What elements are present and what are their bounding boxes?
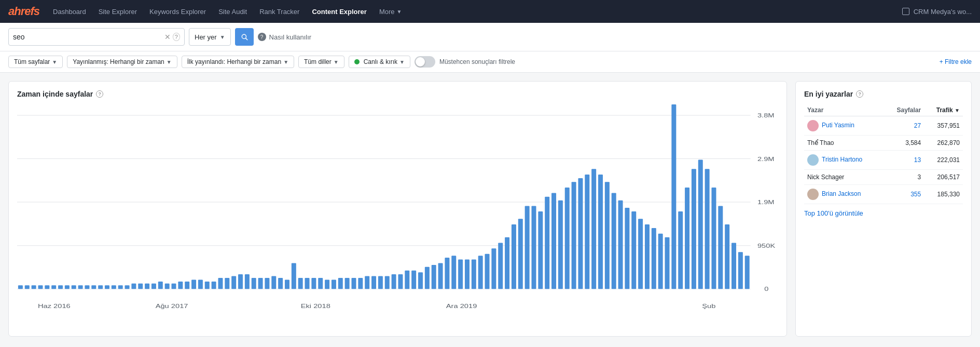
add-filter-button[interactable]: + Filtre ekle — [940, 58, 972, 65]
svg-rect-75 — [438, 263, 443, 289]
nav-site-explorer[interactable]: Site Explorer — [93, 5, 142, 19]
author-pages: 3 — [884, 170, 924, 185]
svg-text:Ara 2019: Ara 2019 — [446, 302, 477, 309]
svg-rect-96 — [578, 178, 583, 289]
author-name-link[interactable]: Brian Jackson — [822, 190, 861, 197]
svg-rect-115 — [705, 169, 710, 289]
languages-filter[interactable]: Tüm diller ▼ — [298, 56, 344, 68]
toggle-label: Müstehcen sonuçları filtrele — [439, 58, 515, 65]
svg-rect-50 — [271, 276, 276, 289]
nav-content-explorer[interactable]: Content Explorer — [307, 5, 371, 19]
chevron-down-icon: ▼ — [334, 59, 339, 65]
author-pages-link[interactable]: 27 — [914, 122, 921, 129]
svg-rect-12 — [18, 285, 23, 289]
table-row: Nick Schager3206,517 — [804, 170, 963, 185]
author-name-link[interactable]: Tristin Hartono — [822, 156, 862, 163]
svg-rect-102 — [618, 201, 623, 289]
svg-text:3.8M: 3.8M — [757, 112, 775, 119]
author-name-link[interactable]: Puti Yasmin — [822, 122, 854, 129]
svg-rect-48 — [258, 278, 263, 289]
nav-keywords-explorer[interactable]: Keywords Explorer — [144, 5, 211, 19]
svg-rect-42 — [218, 278, 223, 289]
svg-rect-116 — [711, 188, 716, 289]
nav-site-audit[interactable]: Site Audit — [213, 5, 252, 19]
author-name-cell: Brian Jackson — [804, 185, 884, 204]
svg-rect-93 — [558, 201, 563, 289]
svg-rect-26 — [112, 285, 116, 289]
chart-help-icon[interactable]: ? — [96, 90, 103, 98]
nasil-kullaniir-button[interactable]: ? Nasıl kullanılır — [258, 33, 312, 41]
svg-rect-21 — [78, 285, 83, 289]
search-help-icon[interactable]: ? — [173, 33, 181, 41]
svg-rect-76 — [445, 258, 449, 289]
svg-rect-107 — [652, 228, 656, 289]
top100-link[interactable]: Top 100'ü görüntüle — [804, 209, 863, 217]
svg-rect-24 — [98, 285, 103, 289]
svg-rect-110 — [671, 104, 676, 289]
chevron-down-icon: ▼ — [397, 9, 402, 15]
author-traffic: 222,031 — [924, 151, 963, 170]
search-button[interactable] — [235, 28, 254, 46]
live-filter[interactable]: Canlı & kırık ▼ — [349, 56, 410, 68]
author-pages: 27 — [884, 116, 924, 136]
published-filter[interactable]: Yayınlanmış: Herhangi bir zaman ▼ — [67, 56, 177, 68]
author-traffic: 262,870 — [924, 136, 963, 151]
svg-rect-84 — [498, 243, 503, 289]
svg-rect-46 — [245, 274, 250, 289]
clear-icon[interactable]: ✕ — [162, 33, 173, 41]
main-content: Zaman içinde sayfalar ? 3.8M 2.9M 1.9M 9… — [0, 73, 980, 345]
sort-arrow-icon: ▼ — [955, 108, 960, 113]
svg-rect-118 — [725, 224, 729, 289]
svg-rect-105 — [638, 219, 643, 289]
nav-rank-tracker[interactable]: Rank Tracker — [254, 5, 305, 19]
svg-rect-51 — [278, 278, 283, 289]
svg-rect-25 — [105, 285, 109, 289]
table-row: Puti Yasmin27357,951 — [804, 116, 963, 136]
search-input[interactable] — [13, 33, 162, 41]
svg-text:1.9M: 1.9M — [757, 199, 775, 206]
chart-panel: Zaman içinde sayfalar ? 3.8M 2.9M 1.9M 9… — [8, 81, 787, 337]
svg-rect-106 — [645, 224, 650, 289]
svg-rect-67 — [385, 276, 390, 289]
svg-text:950K: 950K — [757, 242, 775, 249]
pages-filter[interactable]: Tüm sayfalar ▼ — [8, 56, 63, 68]
svg-rect-87 — [518, 219, 523, 289]
author-pages-link[interactable]: 13 — [914, 156, 921, 164]
svg-rect-104 — [631, 211, 636, 289]
chart-title: Zaman içinde sayfalar ? — [17, 90, 778, 98]
chevron-down-icon: ▼ — [283, 59, 288, 65]
svg-rect-63 — [358, 278, 363, 289]
author-traffic: 206,517 — [924, 170, 963, 185]
panel-help-icon[interactable]: ? — [856, 90, 863, 98]
svg-rect-61 — [345, 278, 350, 289]
svg-rect-59 — [332, 280, 336, 289]
author-pages-link[interactable]: 355 — [910, 191, 921, 198]
workspace-label[interactable]: CRM Medya's wo... — [914, 8, 972, 16]
nav-dashboard[interactable]: Dashboard — [48, 5, 91, 19]
col-pages[interactable]: Sayfalar — [884, 104, 924, 116]
svg-rect-90 — [538, 211, 543, 289]
svg-rect-32 — [151, 284, 156, 289]
avatar — [807, 154, 819, 166]
col-traffic[interactable]: Trafik ▼ — [924, 104, 963, 116]
chevron-down-icon: ▼ — [220, 34, 225, 40]
svg-rect-103 — [625, 208, 629, 289]
nav-more[interactable]: More ▼ — [374, 5, 407, 19]
svg-rect-80 — [472, 259, 476, 289]
svg-rect-113 — [692, 169, 696, 289]
svg-rect-91 — [545, 197, 549, 289]
first-published-filter[interactable]: İlk yayınlandı: Herhangi bir zaman ▼ — [182, 56, 294, 68]
table-row: Brian Jackson355185,330 — [804, 185, 963, 204]
svg-rect-81 — [478, 256, 483, 289]
chevron-down-icon: ▼ — [167, 59, 172, 65]
svg-rect-38 — [191, 280, 196, 289]
svg-rect-49 — [265, 278, 269, 289]
chevron-down-icon: ▼ — [399, 59, 405, 65]
svg-rect-114 — [698, 160, 703, 289]
location-select[interactable]: Her yer ▼ — [189, 28, 231, 46]
svg-rect-18 — [58, 285, 63, 289]
window-icon — [902, 8, 909, 15]
toggle-switch[interactable] — [415, 56, 435, 68]
svg-rect-15 — [38, 285, 43, 289]
svg-rect-120 — [738, 252, 743, 289]
